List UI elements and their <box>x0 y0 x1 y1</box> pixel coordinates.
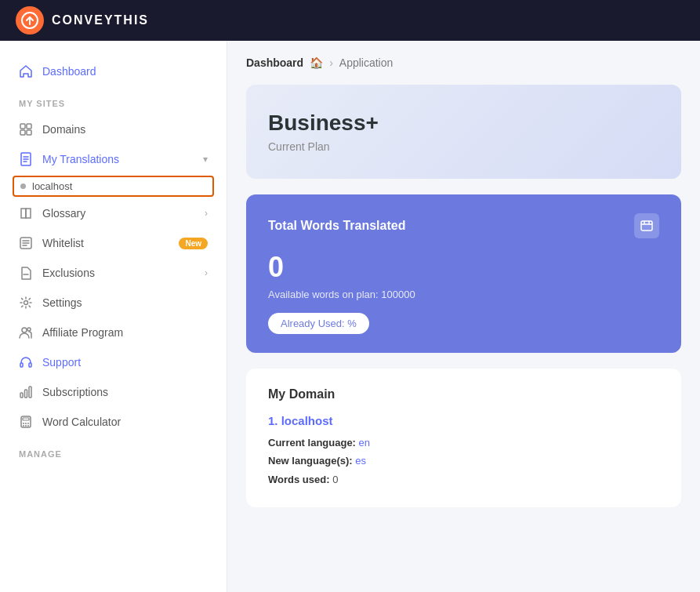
svg-rect-18 <box>29 363 31 367</box>
svg-point-14 <box>24 301 28 305</box>
domain-name[interactable]: localhost <box>281 414 333 427</box>
new-languages-value: es <box>355 455 366 467</box>
sidebar-item-whitelist-label: Whitelist <box>42 237 84 249</box>
sidebar-item-subscriptions[interactable]: Subscriptions <box>0 377 227 407</box>
words-used-value: 0 <box>332 474 338 485</box>
already-used-button[interactable]: Already Used: % <box>268 313 369 334</box>
whitelist-new-badge: New <box>179 238 208 249</box>
home-breadcrumb-icon: 🏠 <box>310 56 323 69</box>
file-text-icon <box>19 152 33 166</box>
logo-icon <box>16 6 44 35</box>
sidebar-item-dashboard-label: Dashboard <box>42 65 96 78</box>
sidebar-item-affiliate[interactable]: Affiliate Program <box>0 318 227 347</box>
svg-point-25 <box>25 423 27 424</box>
chevron-right-glossary-icon: › <box>205 208 208 219</box>
svg-point-15 <box>22 328 27 332</box>
svg-rect-20 <box>25 390 27 398</box>
svg-point-27 <box>23 425 24 427</box>
headphone-icon <box>19 355 33 369</box>
top-nav: CONVEYTHIS <box>0 0 700 41</box>
submenu-localhost-wrapper: localhost <box>13 176 214 197</box>
domain-section-title: My Domain <box>268 387 659 401</box>
stats-card: Total Words Translated 0 Available words… <box>246 194 681 353</box>
stats-card-header: Total Words Translated <box>268 213 659 238</box>
breadcrumb: Dashboard 🏠 › Application <box>246 56 681 69</box>
list-icon <box>19 236 33 250</box>
sidebar-item-support[interactable]: Support <box>0 347 227 377</box>
sidebar-item-exclusions-label: Exclusions <box>42 267 95 279</box>
users-icon <box>19 325 33 340</box>
home-icon <box>19 64 33 78</box>
new-languages-label: New language(s): <box>268 455 353 467</box>
sidebar-item-whitelist[interactable]: Whitelist New <box>0 228 227 258</box>
sidebar-item-domains-label: Domains <box>42 123 85 136</box>
submenu-item-localhost[interactable]: localhost <box>13 176 214 197</box>
sidebar-item-glossary-label: Glossary <box>42 207 85 220</box>
svg-rect-23 <box>23 418 29 420</box>
words-used-label: Words used: <box>268 474 330 485</box>
breadcrumb-dashboard[interactable]: Dashboard <box>246 56 303 69</box>
plan-card: Business+ Current Plan <box>246 85 681 179</box>
svg-point-28 <box>25 425 27 427</box>
grid-icon <box>19 122 33 136</box>
manage-label: MANAGE <box>0 437 227 465</box>
svg-rect-19 <box>20 393 23 398</box>
logo-text: CONVEYTHIS <box>52 13 149 27</box>
stats-card-icon <box>634 213 659 238</box>
sidebar-item-word-calculator-label: Word Calculator <box>42 416 121 428</box>
domain-item: 1. localhost Current language: en New la… <box>268 414 659 488</box>
main-content: Dashboard 🏠 › Application Business+ Curr… <box>227 41 700 592</box>
svg-point-29 <box>27 425 29 427</box>
gear-icon <box>19 296 33 310</box>
sidebar-item-dashboard[interactable]: Dashboard <box>0 56 227 86</box>
sidebar-item-exclusions[interactable]: Exclusions › <box>0 258 227 288</box>
sidebar-item-domains[interactable]: Domains <box>0 114 227 144</box>
sidebar-item-my-translations[interactable]: My Translations ▾ <box>0 144 227 174</box>
sidebar: Dashboard MY SITES Domains <box>0 41 227 592</box>
svg-rect-2 <box>27 124 31 129</box>
sidebar-item-affiliate-label: Affiliate Program <box>42 326 123 339</box>
svg-rect-1 <box>20 124 25 129</box>
current-language-value: en <box>359 437 370 449</box>
sidebar-item-support-label: Support <box>42 356 81 369</box>
domain-words-used: Words used: 0 <box>268 470 659 488</box>
plan-name: Business+ <box>268 111 659 136</box>
stats-number: 0 <box>268 251 659 284</box>
stats-card-title: Total Words Translated <box>268 219 405 233</box>
domain-section: My Domain 1. localhost Current language:… <box>246 369 681 507</box>
domain-new-languages: New language(s): es <box>268 452 659 470</box>
chevron-right-exclusions-icon: › <box>205 267 208 278</box>
plan-label: Current Plan <box>268 140 659 153</box>
svg-rect-4 <box>27 130 31 135</box>
domain-number: 1. <box>268 414 278 427</box>
svg-rect-21 <box>29 387 31 398</box>
sidebar-item-word-calculator[interactable]: Word Calculator <box>0 407 227 437</box>
svg-rect-17 <box>20 363 23 367</box>
svg-point-16 <box>27 328 31 331</box>
svg-rect-3 <box>20 130 25 135</box>
dot-icon <box>20 183 26 189</box>
domain-current-language: Current language: en <box>268 434 659 452</box>
breadcrumb-separator: › <box>329 56 333 69</box>
sidebar-item-settings-label: Settings <box>42 296 82 309</box>
breadcrumb-current: Application <box>339 56 394 69</box>
sidebar-item-settings[interactable]: Settings <box>0 288 227 318</box>
sidebar-item-my-translations-label: My Translations <box>42 153 119 165</box>
svg-point-26 <box>27 423 29 424</box>
domain-item-title: 1. localhost <box>268 414 659 427</box>
svg-point-24 <box>23 423 24 424</box>
calculator-icon <box>19 415 33 429</box>
my-sites-label: MY SITES <box>0 86 227 114</box>
chart-icon <box>19 385 33 399</box>
logo-area: CONVEYTHIS <box>16 6 149 35</box>
app-layout: Dashboard MY SITES Domains <box>0 41 700 592</box>
current-language-label: Current language: <box>268 437 356 449</box>
stats-subtitle: Available words on plan: 100000 <box>268 289 659 300</box>
svg-rect-30 <box>641 221 652 231</box>
file-minus-icon <box>19 266 33 280</box>
sidebar-item-subscriptions-label: Subscriptions <box>42 386 108 398</box>
chevron-down-icon: ▾ <box>203 154 208 165</box>
sidebar-item-glossary[interactable]: Glossary › <box>0 198 227 228</box>
submenu-localhost-label: localhost <box>32 180 72 192</box>
book-icon <box>19 206 33 220</box>
